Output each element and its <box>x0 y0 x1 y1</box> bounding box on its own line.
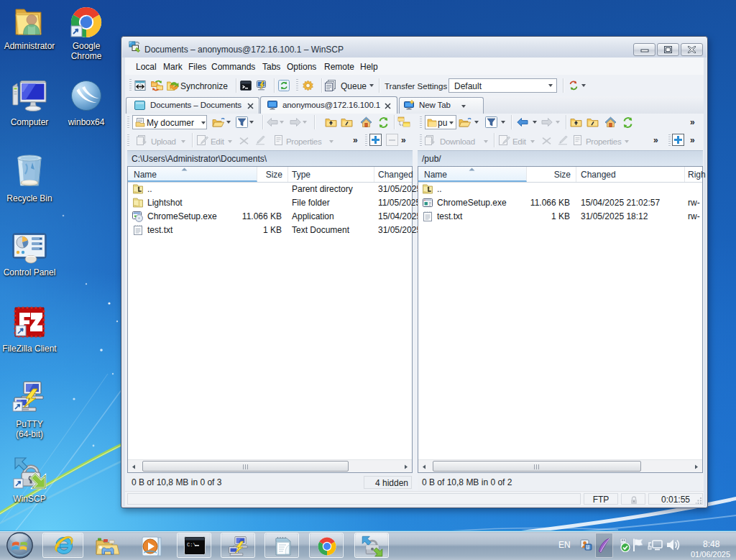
svg-text:C:\: C:\ <box>187 542 196 548</box>
